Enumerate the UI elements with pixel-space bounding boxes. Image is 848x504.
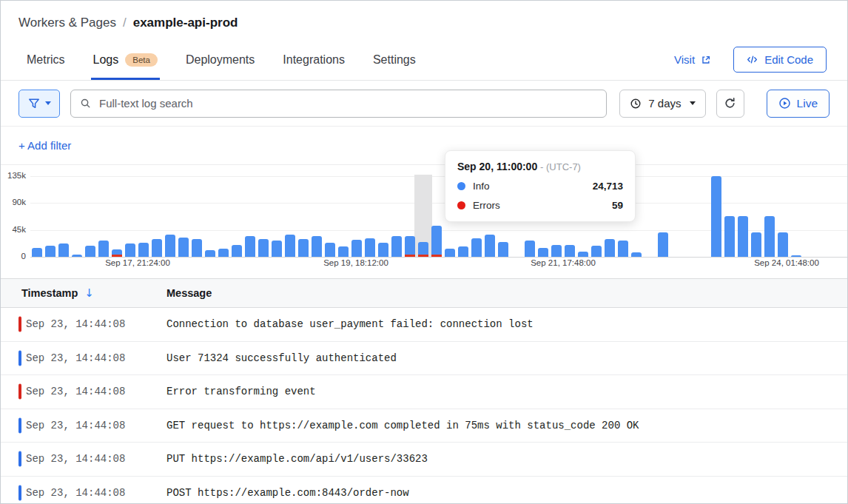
breadcrumb-section[interactable]: Workers & Pages [18, 16, 116, 30]
chevron-down-icon [45, 101, 51, 105]
chart-bar[interactable] [405, 236, 415, 257]
chart-bar[interactable] [178, 238, 189, 257]
chart-bar[interactable] [378, 243, 388, 257]
chart-bar[interactable] [152, 239, 162, 257]
chart-bar[interactable] [445, 249, 455, 257]
series-value: 59 [612, 200, 623, 211]
chart-bar[interactable] [658, 232, 668, 257]
tab-integrations[interactable]: Integrations [283, 39, 345, 80]
filter-button[interactable] [18, 90, 60, 118]
series-color-dot [457, 182, 465, 190]
table-header: Timestamp ↓ Message [1, 278, 847, 308]
visit-link[interactable]: Visit [674, 53, 711, 66]
chart-bar[interactable] [591, 246, 602, 257]
chart-bar[interactable] [565, 245, 575, 257]
chart-bar[interactable] [325, 243, 335, 257]
log-row[interactable]: Sep 23, 14:44:08User 71324 successfully … [1, 342, 847, 376]
chart-bar[interactable] [778, 232, 788, 257]
chart-bar[interactable] [738, 216, 748, 257]
chart-bar[interactable] [165, 235, 175, 257]
chart-bar[interactable] [232, 245, 242, 257]
chart-bar[interactable] [85, 246, 95, 257]
log-row[interactable]: Sep 23, 14:44:08Connection to database u… [1, 308, 847, 342]
time-range-button[interactable]: 7 days [619, 90, 705, 118]
breadcrumb-separator: / [123, 16, 127, 30]
chart-bar[interactable] [285, 235, 295, 257]
breadcrumb-current: example-api-prod [133, 16, 238, 30]
chart-bar[interactable] [551, 245, 562, 257]
chart-bar[interactable] [458, 246, 468, 257]
chart-bar[interactable] [272, 241, 282, 257]
chart-bar[interactable] [711, 176, 721, 257]
filter-funnel-icon [28, 98, 40, 110]
chart-bar[interactable] [138, 243, 149, 257]
chart-bar[interactable] [498, 242, 508, 257]
refresh-button[interactable] [716, 90, 744, 118]
chart-bar[interactable] [45, 246, 55, 257]
add-filter-link[interactable]: + Add filter [18, 139, 71, 152]
chart-bar[interactable] [298, 239, 309, 257]
tab-metrics[interactable]: Metrics [27, 39, 65, 80]
column-header-timestamp[interactable]: Timestamp ↓ [21, 286, 166, 300]
search-input[interactable] [98, 96, 597, 110]
chart-bar-error-segment [405, 255, 415, 257]
y-axis-label: 0 [1, 252, 26, 261]
chart-bar-error-segment [431, 255, 442, 257]
chart-bar[interactable] [258, 239, 269, 257]
tooltip-series-row: Info24,713 [457, 181, 623, 192]
chart-bar[interactable] [791, 255, 801, 257]
severity-indicator-info [18, 417, 21, 433]
chart-bar[interactable] [365, 238, 375, 257]
breadcrumb: Workers & Pages / example-api-prod [18, 16, 830, 30]
refresh-icon [724, 97, 736, 110]
chart-bar[interactable] [525, 241, 535, 257]
tab-label: Settings [373, 53, 416, 67]
chart-bar[interactable] [724, 216, 735, 257]
tooltip-timestamp: Sep 20, 11:00:00 [457, 161, 537, 172]
chart-bar[interactable] [58, 243, 69, 257]
chart-bar[interactable] [351, 240, 362, 257]
chart-bar[interactable] [192, 239, 202, 257]
chart-bar[interactable] [218, 249, 229, 257]
chart-bar[interactable] [338, 246, 349, 257]
tab-deployments[interactable]: Deployments [186, 39, 255, 80]
log-message: POST https://example.com:8443/order-now [166, 487, 409, 499]
chart-bar[interactable] [485, 235, 495, 257]
severity-indicator-error [18, 317, 21, 332]
chart-bar[interactable] [605, 239, 615, 257]
chart-bar[interactable] [418, 242, 428, 257]
play-circle-icon [778, 97, 791, 110]
tab-settings[interactable]: Settings [373, 39, 416, 80]
chart-bar[interactable] [312, 236, 322, 257]
x-axis-label: Sep 21, 17:48:00 [531, 258, 596, 267]
log-row[interactable]: Sep 23, 14:44:08PUT https://example.com/… [1, 443, 847, 477]
chart-bar[interactable] [578, 252, 588, 257]
log-row[interactable]: Sep 23, 14:44:08POST https://example.com… [1, 477, 847, 504]
chart-bar[interactable] [72, 255, 82, 257]
chart-bar[interactable] [98, 241, 109, 257]
log-row[interactable]: Sep 23, 14:44:08Error transforming event [1, 375, 847, 409]
chart-bar[interactable] [32, 248, 42, 257]
column-header-message: Message [166, 287, 212, 299]
log-row[interactable]: Sep 23, 14:44:08GET request to https://e… [1, 409, 847, 443]
chart-bar[interactable] [631, 252, 642, 257]
live-label: Live [797, 97, 818, 110]
chart-bar[interactable] [245, 236, 255, 257]
chart-bar-error-segment [418, 255, 428, 257]
tooltip-title: Sep 20, 11:00:00 - (UTC-7) [457, 161, 623, 172]
chart-bar[interactable] [618, 241, 628, 257]
log-timestamp: Sep 23, 14:44:08 [26, 386, 166, 397]
log-message: GET request to https://example.com compl… [166, 420, 639, 431]
chart-bar[interactable] [112, 249, 122, 257]
chart-bar[interactable] [538, 248, 548, 257]
chart-bar[interactable] [205, 250, 215, 257]
chart-bar[interactable] [764, 216, 775, 257]
edit-code-button[interactable]: Edit Code [733, 47, 827, 73]
chart-bar[interactable] [471, 238, 482, 257]
chart-bar[interactable] [125, 243, 135, 257]
chart-bar[interactable] [391, 236, 402, 257]
tab-logs[interactable]: LogsBeta [93, 39, 158, 80]
chart-bar[interactable] [751, 232, 761, 257]
chart-bar[interactable] [431, 226, 442, 257]
live-button[interactable]: Live [767, 90, 830, 118]
